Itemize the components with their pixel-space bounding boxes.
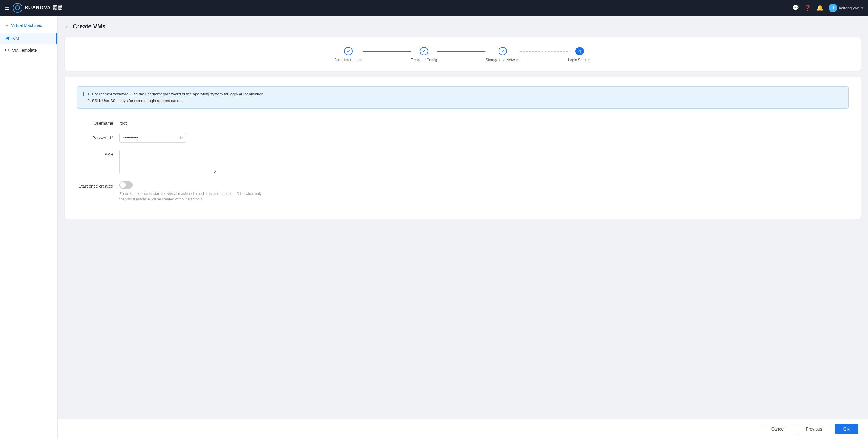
step-line-1	[363, 51, 411, 52]
password-label: Password*	[77, 133, 119, 140]
sidebar-item-vm-template-label: VM Template	[12, 48, 37, 53]
step-label-1: Basic Information	[334, 58, 363, 62]
step-circle-3: ✓	[498, 47, 507, 55]
info-line-1: 1. Username/Password: Use the username/p…	[88, 91, 265, 97]
form-card: ℹ 1. Username/Password: Use the username…	[65, 76, 861, 219]
step-basic-info: ✓ Basic Information	[334, 47, 363, 62]
step-circle-4: 4	[576, 47, 584, 55]
step-line-2	[437, 51, 486, 52]
ok-button[interactable]: OK	[835, 424, 858, 434]
username-label: Username	[77, 118, 119, 126]
logo-area: SUANOVA 賢豐	[13, 3, 63, 13]
ssh-label: SSH	[77, 150, 119, 157]
password-input[interactable]	[119, 133, 186, 143]
sidebar-item-vm[interactable]: 🖥 VM	[0, 33, 57, 44]
vm-template-icon: ⚙	[5, 47, 9, 53]
topnav-left: ☰ SUANOVA 賢豐	[5, 3, 792, 13]
steps-row: ✓ Basic Information ✓ Template Config	[71, 47, 855, 62]
step-storage-network: ✓ Storage and Network	[486, 47, 520, 62]
sidebar-back-button[interactable]: ← Virtual Machines	[0, 21, 57, 33]
step-label-4: Login Settings	[568, 58, 591, 62]
username-row: Username root	[77, 118, 848, 126]
step-circle-2: ✓	[420, 47, 428, 55]
vm-icon: 🖥	[5, 36, 10, 41]
sidebar-item-vm-template[interactable]: ⚙ VM Template	[0, 44, 57, 56]
user-area[interactable]: H haifeng.yao ▾	[829, 4, 863, 12]
hamburger-icon[interactable]: ☰	[5, 4, 10, 11]
page-title: Create VMs	[73, 23, 106, 30]
password-input-wrap: 👁	[119, 133, 186, 143]
topnav-right: 💬 ❓ 🔔 H haifeng.yao ▾	[792, 4, 863, 12]
content-area: ← Create VMs ✓ Basic Information ✓	[58, 16, 868, 419]
start-once-row: Start once created Enable this option to…	[77, 181, 848, 202]
sidebar-item-vm-label: VM	[13, 36, 19, 41]
back-arrow-icon: ←	[5, 23, 9, 28]
step-template-config: ✓ Template Config	[411, 47, 437, 62]
cancel-button[interactable]: Cancel	[763, 424, 794, 434]
sidebar: ← Virtual Machines 🖥 VM ⚙ VM Template	[0, 16, 58, 439]
eye-icon[interactable]: 👁	[179, 135, 183, 140]
main-layout: ← Virtual Machines 🖥 VM ⚙ VM Template ← …	[0, 16, 868, 439]
step-circle-1: ✓	[344, 47, 352, 55]
comment-icon[interactable]: 💬	[792, 4, 799, 11]
start-once-label: Start once created	[77, 181, 119, 189]
chevron-down-icon: ▾	[861, 6, 863, 10]
start-once-hint: Enable this option to start the virtual …	[119, 191, 265, 202]
page-back-button[interactable]: ←	[65, 24, 70, 29]
help-icon[interactable]: ❓	[804, 4, 811, 11]
ssh-row: SSH	[77, 150, 848, 174]
previous-button[interactable]: Previous	[797, 424, 831, 434]
step-login-settings: 4 Login Settings	[568, 47, 591, 62]
password-row: Password* 👁	[77, 133, 848, 143]
logo-icon	[13, 3, 23, 13]
info-banner: ℹ 1. Username/Password: Use the username…	[77, 86, 848, 109]
brand-name: SUANOVA 賢豐	[25, 5, 63, 11]
username-label: haifeng.yao	[839, 6, 859, 10]
step-line-3	[520, 51, 568, 52]
info-line-2: 2. SSH: Use SSH keys for remote login au…	[88, 97, 265, 104]
page-header: ← Create VMs	[65, 23, 861, 30]
start-once-toggle[interactable]	[119, 181, 133, 189]
info-text: 1. Username/Password: Use the username/p…	[88, 91, 265, 104]
info-icon: ℹ	[83, 91, 85, 97]
topnav: ☰ SUANOVA 賢豐 💬 ❓ 🔔 H haifeng.yao ▾	[0, 0, 868, 16]
bell-icon[interactable]: 🔔	[816, 4, 823, 11]
username-value: root	[119, 118, 127, 126]
avatar: H	[829, 4, 837, 12]
step-label-3: Storage and Network	[486, 58, 520, 62]
step-label-2: Template Config	[411, 58, 437, 62]
footer-bar: Cancel Previous OK	[58, 419, 868, 439]
start-once-toggle-wrap: Enable this option to start the virtual …	[119, 181, 265, 202]
ssh-textarea[interactable]	[119, 150, 216, 174]
toggle-knob	[120, 182, 126, 188]
steps-card: ✓ Basic Information ✓ Template Config	[65, 37, 861, 70]
sidebar-back-label: Virtual Machines	[11, 23, 42, 28]
